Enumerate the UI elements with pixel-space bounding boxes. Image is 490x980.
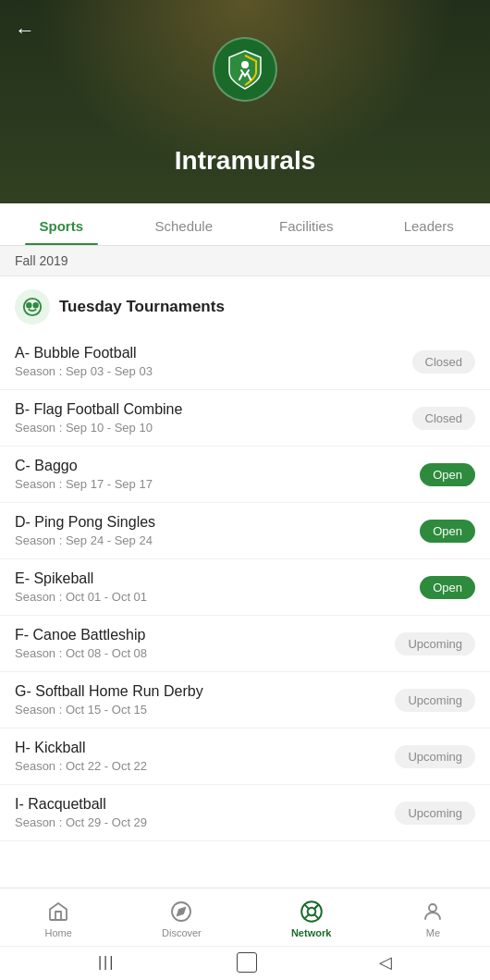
bottom-nav: Home Discover — [0, 888, 490, 980]
sport-item[interactable]: G- Softball Home Run Derby Season : Oct … — [0, 672, 490, 729]
nav-network-label: Network — [291, 927, 331, 938]
svg-line-8 — [304, 904, 309, 909]
sport-item[interactable]: I- Racquetball Season : Oct 29 - Oct 29 … — [0, 785, 490, 841]
sport-name: D- Ping Pong Singles — [15, 514, 155, 531]
sport-season: Season : Oct 15 - Oct 15 — [15, 703, 203, 717]
content-area: Tuesday Tournaments A- Bubble Football S… — [0, 276, 490, 952]
sport-item[interactable]: D- Ping Pong Singles Season : Sep 24 - S… — [0, 503, 490, 559]
sport-season: Season : Oct 01 - Oct 01 — [15, 590, 147, 604]
sport-name: I- Racquetball — [15, 796, 147, 813]
group-title: Tuesday Tournaments — [59, 298, 225, 316]
sport-name: C- Baggo — [15, 458, 153, 474]
tab-schedule[interactable]: Schedule — [123, 203, 246, 245]
sport-season: Season : Oct 29 - Oct 29 — [15, 815, 147, 829]
profile-icon — [421, 900, 445, 924]
status-badge: Open — [420, 520, 475, 543]
status-badge: Upcoming — [395, 802, 475, 825]
nav-discover-label: Discover — [162, 927, 202, 938]
status-badge: Closed — [412, 407, 475, 430]
svg-point-2 — [27, 303, 31, 308]
nav-network[interactable]: Network — [273, 896, 349, 942]
nav-discover[interactable]: Discover — [143, 896, 220, 942]
sport-info: A- Bubble Football Season : Sep 03 - Sep… — [15, 345, 153, 378]
svg-line-12 — [304, 914, 309, 919]
sport-info: G- Softball Home Run Derby Season : Oct … — [15, 683, 203, 717]
back-button[interactable]: ← — [15, 18, 35, 43]
svg-marker-5 — [178, 908, 185, 915]
system-home-icon[interactable] — [237, 952, 257, 973]
sport-name: A- Bubble Football — [15, 345, 153, 361]
sport-item[interactable]: B- Flag Football Combine Season : Sep 10… — [0, 390, 490, 447]
header-title: Intramurals — [0, 146, 490, 176]
discover-icon — [169, 900, 193, 924]
sport-info: I- Racquetball Season : Oct 29 - Oct 29 — [15, 796, 147, 829]
status-badge: Upcoming — [395, 689, 475, 712]
tab-leaders[interactable]: Leaders — [368, 203, 491, 245]
status-badge: Upcoming — [395, 745, 475, 768]
sport-item[interactable]: C- Baggo Season : Sep 17 - Sep 17 Open — [0, 447, 490, 503]
svg-point-13 — [429, 904, 436, 912]
tab-bar: Sports Schedule Facilities Leaders — [0, 203, 490, 246]
sport-season: Season : Oct 08 - Oct 08 — [15, 646, 147, 660]
sport-season: Season : Sep 17 - Sep 17 — [15, 477, 153, 491]
sport-info: F- Canoe Battleship Season : Oct 08 - Oc… — [15, 627, 147, 660]
tab-facilities[interactable]: Facilities — [245, 203, 368, 245]
status-badge: Closed — [412, 350, 475, 374]
system-menu-icon[interactable]: ||| — [98, 954, 115, 971]
sport-info: H- Kickball Season : Oct 22 - Oct 22 — [15, 740, 147, 773]
group-icon — [15, 289, 50, 325]
sport-info: D- Ping Pong Singles Season : Sep 24 - S… — [15, 514, 155, 547]
group-header: Tuesday Tournaments — [0, 276, 490, 334]
sport-item[interactable]: F- Canoe Battleship Season : Oct 08 - Oc… — [0, 616, 490, 672]
svg-line-9 — [314, 914, 319, 919]
sport-item[interactable]: H- Kickball Season : Oct 22 - Oct 22 Upc… — [0, 729, 490, 785]
status-badge: Open — [420, 576, 475, 599]
home-icon — [46, 900, 70, 924]
nav-me-label: Me — [426, 927, 440, 938]
logo — [213, 37, 277, 102]
svg-point-1 — [24, 299, 41, 315]
tab-sports[interactable]: Sports — [0, 203, 123, 245]
nav-me[interactable]: Me — [402, 896, 463, 942]
status-badge: Upcoming — [395, 632, 475, 655]
svg-line-11 — [314, 905, 318, 909]
header: ← Intramurals — [0, 0, 490, 203]
status-badge: Open — [420, 463, 475, 486]
network-icon — [300, 900, 324, 924]
sport-name: E- Spikeball — [15, 570, 147, 587]
sport-info: C- Baggo Season : Sep 17 - Sep 17 — [15, 458, 153, 491]
sport-season: Season : Sep 03 - Sep 03 — [15, 364, 153, 378]
sport-name: H- Kickball — [15, 740, 147, 756]
nav-home-label: Home — [45, 927, 72, 938]
sport-info: E- Spikeball Season : Oct 01 - Oct 01 — [15, 570, 147, 604]
sport-name: F- Canoe Battleship — [15, 627, 147, 643]
system-back-icon[interactable]: ◁ — [379, 952, 392, 973]
sport-item[interactable]: E- Spikeball Season : Oct 01 - Oct 01 Op… — [0, 559, 490, 616]
season-label: Fall 2019 — [0, 246, 490, 276]
svg-point-3 — [33, 303, 38, 308]
svg-point-0 — [241, 61, 249, 68]
sport-item[interactable]: A- Bubble Football Season : Sep 03 - Sep… — [0, 334, 490, 390]
sport-info: B- Flag Football Combine Season : Sep 10… — [15, 401, 182, 435]
sport-season: Season : Sep 10 - Sep 10 — [15, 421, 182, 435]
sport-season: Season : Sep 24 - Sep 24 — [15, 533, 155, 547]
sport-name: G- Softball Home Run Derby — [15, 683, 203, 700]
nav-home[interactable]: Home — [27, 896, 91, 942]
sport-season: Season : Oct 22 - Oct 22 — [15, 759, 147, 773]
sport-name: B- Flag Football Combine — [15, 401, 182, 418]
